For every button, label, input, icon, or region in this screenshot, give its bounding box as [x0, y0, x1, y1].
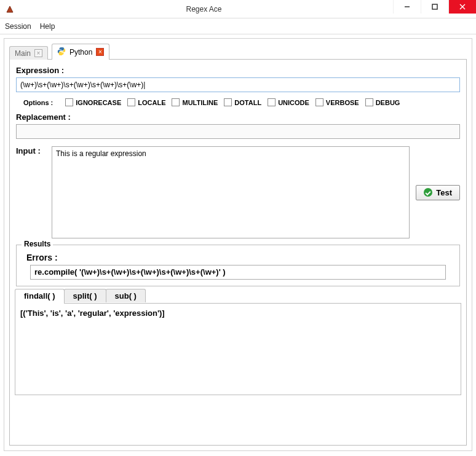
option-label: UNICODE	[278, 99, 309, 106]
tab-content: Expression : Options : IGNORECASE LOCALE…	[9, 59, 467, 446]
checkbox-icon	[365, 98, 373, 106]
options-label: Options :	[23, 99, 53, 106]
close-button[interactable]	[448, 0, 476, 14]
expression-input[interactable]	[16, 77, 460, 92]
option-multiline[interactable]: MULTILINE	[172, 98, 218, 106]
option-debug[interactable]: DEBUG	[365, 98, 400, 106]
tab-main-label: Main	[15, 49, 31, 58]
titlebar: Regex Ace	[0, 0, 476, 18]
app-icon	[5, 4, 15, 14]
menu-help[interactable]: Help	[40, 22, 55, 31]
main-frame: Main × Python × Expression : Options : I…	[4, 38, 472, 451]
options-row: Options : IGNORECASE LOCALE MULTILINE DO…	[16, 98, 460, 106]
checkbox-icon	[268, 98, 276, 106]
option-label: MULTILINE	[182, 99, 218, 106]
test-button-label: Test	[436, 188, 452, 197]
errors-label: Errors :	[26, 253, 453, 262]
tab-strip: Main × Python ×	[9, 44, 467, 60]
minimize-button[interactable]	[393, 0, 421, 14]
tab-python[interactable]: Python ×	[52, 44, 109, 60]
test-button[interactable]: Test	[416, 185, 460, 200]
results-legend: Results	[22, 240, 53, 248]
option-label: DOTALL	[234, 99, 261, 106]
svg-rect-1	[432, 4, 437, 9]
checkbox-icon	[172, 98, 180, 106]
option-label: LOCALE	[138, 99, 165, 106]
option-locale[interactable]: LOCALE	[127, 98, 165, 106]
close-icon[interactable]: ×	[96, 48, 104, 56]
window-title: Regex Ace	[15, 5, 393, 14]
replacement-label: Replacement :	[16, 112, 460, 122]
results-group: Results Errors : re.compile( '(\w+)\s+(\…	[16, 245, 460, 286]
close-icon[interactable]: ×	[34, 49, 42, 57]
maximize-button[interactable]	[421, 0, 448, 14]
menu-session[interactable]: Session	[5, 22, 31, 31]
option-label: IGNORECASE	[76, 99, 121, 106]
checkbox-icon	[127, 98, 135, 106]
option-unicode[interactable]: UNICODE	[268, 98, 309, 106]
option-ignorecase[interactable]: IGNORECASE	[65, 98, 121, 106]
check-icon	[424, 188, 432, 197]
option-label: VERBOSE	[326, 99, 359, 106]
input-textarea[interactable]	[52, 146, 410, 238]
result-output: [('This', 'is', 'a', 'regular', 'express…	[15, 303, 461, 395]
input-label: Input :	[16, 146, 46, 155]
option-verbose[interactable]: VERBOSE	[315, 98, 359, 106]
menubar: Session Help	[0, 18, 476, 34]
result-tab-findall[interactable]: findall( )	[15, 289, 65, 304]
replacement-input[interactable]	[16, 124, 460, 139]
option-dotall[interactable]: DOTALL	[224, 98, 261, 106]
window-controls	[393, 0, 476, 18]
result-tab-sub[interactable]: sub( )	[106, 289, 146, 302]
checkbox-icon	[65, 98, 73, 106]
tab-python-label: Python	[69, 48, 92, 57]
result-tab-split[interactable]: split( )	[64, 289, 106, 302]
result-tabs: findall( ) split( ) sub( )	[15, 289, 460, 304]
option-label: DEBUG	[376, 99, 400, 106]
checkbox-icon	[315, 98, 323, 106]
expression-label: Expression :	[16, 66, 460, 75]
python-icon	[57, 47, 66, 57]
errors-output: re.compile( '(\w+)\s+(\w+)\s+(\w+)\s+(\w…	[30, 265, 446, 280]
checkbox-icon	[224, 98, 232, 106]
tab-main[interactable]: Main ×	[9, 46, 48, 60]
